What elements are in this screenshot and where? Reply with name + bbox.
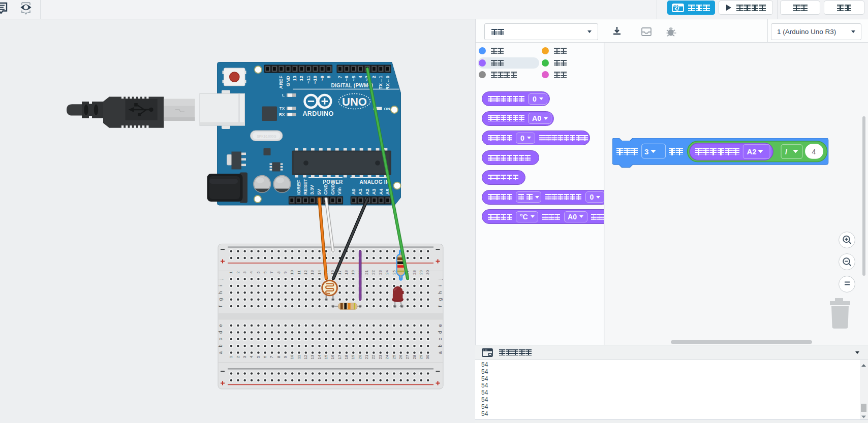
svg-text:28: 28 (412, 270, 417, 275)
svg-text:13: 13 (292, 76, 297, 81)
svg-text:23: 23 (378, 270, 383, 275)
svg-text:18: 18 (344, 270, 349, 275)
svg-text:2: 2 (236, 355, 240, 358)
svg-text:RX: RX (279, 112, 285, 117)
svg-text:25: 25 (392, 354, 396, 359)
svg-text:IOREF: IOREF (296, 180, 301, 194)
svg-text:e: e (218, 324, 223, 327)
svg-text:22: 22 (371, 354, 376, 359)
svg-text:30: 30 (425, 270, 430, 275)
svg-text:10: 10 (290, 354, 294, 359)
svg-text:5V: 5V (316, 188, 322, 194)
svg-text:Vin: Vin (336, 187, 342, 195)
svg-text:2: 2 (371, 76, 377, 78)
svg-text:21: 21 (364, 354, 369, 359)
svg-text:GND: GND (323, 184, 328, 194)
svg-text:25: 25 (392, 270, 396, 275)
svg-text:15: 15 (324, 354, 328, 359)
svg-text:24: 24 (385, 354, 389, 359)
svg-text:9: 9 (283, 355, 288, 358)
svg-text:4: 4 (812, 147, 816, 155)
svg-text:3: 3 (644, 147, 648, 155)
svg-text:3: 3 (242, 271, 247, 274)
svg-text:20: 20 (358, 354, 362, 359)
svg-text:A2: A2 (364, 188, 370, 194)
svg-text:b: b (437, 345, 443, 347)
svg-text:29: 29 (419, 270, 423, 275)
svg-text:7: 7 (269, 271, 274, 274)
svg-text:6: 6 (263, 271, 267, 274)
svg-text:5: 5 (256, 355, 261, 358)
svg-text:6: 6 (263, 355, 267, 358)
svg-text:27: 27 (405, 354, 410, 359)
svg-text:A0: A0 (351, 188, 356, 194)
svg-text:e: e (437, 324, 443, 327)
svg-text:GND: GND (285, 76, 291, 86)
svg-text:19: 19 (351, 270, 355, 275)
svg-text:23: 23 (378, 354, 383, 359)
svg-text:8: 8 (276, 355, 281, 358)
svg-text:AREF: AREF (278, 76, 284, 89)
svg-text:f: f (218, 305, 223, 307)
svg-text:~9: ~9 (319, 76, 325, 81)
svg-text:13: 13 (310, 354, 315, 359)
svg-text:21: 21 (364, 270, 369, 275)
svg-text:19: 19 (351, 354, 355, 359)
svg-text:g: g (437, 298, 443, 301)
svg-text:4: 4 (249, 271, 254, 274)
svg-text:12: 12 (303, 270, 308, 275)
svg-text:RESET: RESET (302, 179, 308, 195)
svg-text:ON: ON (384, 107, 390, 111)
svg-text:a: a (218, 351, 223, 354)
svg-text:7: 7 (269, 355, 274, 358)
svg-text:TX: TX (280, 106, 285, 111)
svg-text:24: 24 (385, 270, 389, 275)
svg-text:A2: A2 (747, 147, 756, 155)
svg-text:c: c (218, 338, 223, 340)
svg-text:i: i (218, 285, 223, 286)
svg-text:h: h (437, 291, 443, 294)
svg-text:c: c (437, 338, 443, 340)
svg-text:1: 1 (229, 355, 233, 358)
svg-text:UNO: UNO (342, 95, 367, 108)
svg-text:14: 14 (317, 354, 322, 359)
svg-text:A1: A1 (357, 188, 363, 195)
svg-text:17: 17 (337, 354, 342, 359)
svg-text:A4: A4 (378, 188, 384, 195)
svg-text:RX←0: RX←0 (385, 76, 390, 90)
svg-text:h: h (218, 291, 223, 294)
svg-text:1: 1 (229, 271, 233, 274)
svg-text:8: 8 (326, 76, 331, 78)
svg-text:10: 10 (290, 270, 294, 275)
svg-text:i: i (437, 285, 443, 286)
svg-text:d: d (218, 331, 223, 334)
svg-text:13: 13 (310, 270, 315, 275)
svg-text:29: 29 (419, 354, 423, 359)
svg-text:ARDUINO: ARDUINO (302, 110, 333, 117)
svg-text:A3: A3 (371, 188, 377, 194)
svg-text:j: j (218, 278, 223, 280)
svg-text:L: L (282, 93, 285, 97)
svg-text:f: f (437, 305, 443, 307)
svg-text:14: 14 (317, 270, 322, 275)
svg-text:j: j (437, 278, 443, 280)
svg-text:18: 18 (344, 354, 349, 359)
svg-text:3: 3 (242, 355, 247, 358)
svg-text:5: 5 (256, 271, 261, 274)
svg-text:3.3V: 3.3V (309, 184, 315, 194)
svg-text:2: 2 (236, 271, 240, 274)
svg-text:4: 4 (249, 355, 254, 358)
svg-text:16: 16 (330, 354, 335, 359)
svg-text:22: 22 (371, 270, 376, 275)
svg-text:28: 28 (412, 354, 417, 359)
svg-text:~6: ~6 (344, 76, 349, 81)
svg-text:g: g (218, 298, 223, 301)
svg-text:12: 12 (298, 76, 304, 81)
svg-text:8: 8 (276, 271, 281, 274)
svg-text:~5: ~5 (351, 75, 356, 81)
svg-text:11: 11 (297, 354, 301, 359)
svg-text:SPK16.000G: SPK16.000G (257, 135, 276, 138)
svg-text:b: b (218, 345, 223, 347)
svg-text:POWER: POWER (323, 179, 343, 185)
svg-text:11: 11 (297, 270, 301, 275)
